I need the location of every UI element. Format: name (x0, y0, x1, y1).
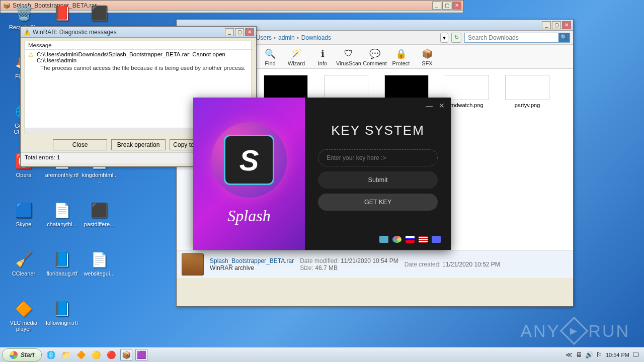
desktop-icon[interactable]: ⬛ (82, 3, 117, 24)
taskbar-ie-icon[interactable]: 🌐 (45, 349, 57, 361)
close-button[interactable]: ✕ (439, 102, 445, 110)
breadcrumb-segment[interactable]: Users (256, 34, 272, 41)
tray-network-icon[interactable]: 🖥 (576, 351, 582, 358)
tray-monitor-icon[interactable]: 🖵 (632, 351, 639, 358)
taskbar-opera-icon[interactable]: 🔴 (105, 349, 117, 361)
splash-logo: S (211, 122, 287, 198)
toolbar-wizard-button[interactable]: 🪄Wizard (283, 47, 309, 66)
toolbar-info-button[interactable]: ℹInfo (309, 47, 336, 66)
splash-key-window: S Splash — ✕ KEY SYSTEM Submit GET KEY (193, 98, 451, 250)
get-key-button[interactable]: GET KEY (318, 194, 438, 211)
tray-chevron-icon[interactable]: ≪ (566, 351, 573, 358)
toolbar-icon: 🛡 (336, 47, 362, 60)
break-operation-button[interactable]: Break operation (111, 139, 166, 150)
file-thumbnail (324, 75, 368, 100)
breadcrumb-segment[interactable]: Downloads (301, 34, 331, 41)
desktop-icon[interactable]: 📘followingin.rtf (44, 299, 79, 326)
toolbar-icon: ℹ (309, 47, 336, 60)
chrome-icon[interactable] (392, 236, 401, 243)
desktop-icon-glyph: 🟦 (14, 200, 34, 220)
diamond-icon[interactable] (379, 236, 388, 243)
file-name: mdwatch.png (444, 102, 490, 108)
taskbar: Start 🌐 📁 🔶 🟡 🔴 📦 🟪 ≪ 🖥 🔊 🏳 10:54 PM 🖵 (0, 347, 644, 362)
key-system-heading: KEY SYSTEM (318, 123, 438, 138)
diagnostic-title: WinRAR: Diagnostic messages (33, 29, 117, 36)
close-button[interactable]: ✕ (245, 28, 254, 36)
splash-left-panel: S Splash (193, 98, 305, 250)
warning-icon: ⚠ (28, 51, 34, 63)
search-icon[interactable]: 🔍 (558, 33, 570, 42)
toolbar-label: Protect (388, 60, 414, 66)
detail-modified: 11/21/2020 10:54 PM (341, 257, 398, 264)
social-icons (379, 236, 441, 243)
tray-flag-icon[interactable]: 🏳 (596, 351, 603, 358)
message-text-1: C:\Users\admin\Downloads\Splash_Bootstra… (37, 51, 249, 63)
tray-volume-icon[interactable]: 🔊 (585, 351, 593, 358)
close-button[interactable]: Close (53, 139, 107, 150)
toolbar-icon: 💬 (362, 47, 388, 60)
flag-ru-icon[interactable] (406, 236, 415, 243)
desktop-icon-label: chatanythi... (44, 221, 79, 227)
toolbar-label: Find (257, 60, 283, 66)
submit-button[interactable]: Submit (318, 171, 438, 189)
flag-us-icon[interactable] (419, 236, 428, 243)
toolbar-comment-button[interactable]: 💬Comment (362, 47, 388, 66)
file-item[interactable]: partyv.png (505, 75, 550, 108)
diagnostic-titlebar[interactable]: ⚠️ WinRAR: Diagnostic messages _ ▢ ✕ (21, 27, 256, 38)
toolbar-label: SFX (414, 60, 440, 66)
toolbar-icon: 🪄 (283, 47, 309, 60)
desktop-icon-label: websitegui... (82, 270, 117, 277)
file-thumbnail (384, 75, 429, 100)
detail-size-label: Size: (300, 264, 313, 272)
toolbar-sfx-button[interactable]: 📦SFX (414, 47, 440, 66)
start-label: Start (21, 351, 34, 358)
desktop-icon-label: aremonthly.rtf (44, 172, 79, 178)
desktop-icon[interactable]: 🟦Skype (6, 200, 41, 227)
splash-right-panel: — ✕ KEY SYSTEM Submit GET KEY (305, 98, 451, 250)
history-dropdown[interactable]: ▾ (440, 33, 448, 43)
desktop-icon[interactable]: 🔶VLC media player (6, 299, 41, 332)
anyrun-watermark: ANY ▶ RUN (520, 321, 630, 341)
toolbar-virusscan-button[interactable]: 🛡VirusScan (336, 47, 362, 66)
search-input[interactable] (465, 34, 558, 41)
taskbar-chrome-icon[interactable]: 🟡 (90, 349, 102, 361)
desktop-icon[interactable]: 📕 (44, 3, 79, 24)
desktop-icon-label: Skype (6, 221, 41, 227)
minimize-button[interactable]: — (426, 102, 433, 110)
discord-icon[interactable] (432, 236, 441, 243)
toolbar-find-button[interactable]: 🔍Find (257, 47, 283, 66)
file-item[interactable]: mdwatch.png (444, 75, 490, 108)
desktop-icon-label: followingin.rtf (44, 320, 79, 326)
toolbar-protect-button[interactable]: 🔒Protect (388, 47, 414, 66)
desktop-icon-label: VLC media player (6, 320, 41, 332)
system-tray: ≪ 🖥 🔊 🏳 10:54 PM 🖵 (566, 351, 644, 358)
close-button[interactable]: ✕ (562, 21, 571, 29)
maximize-button[interactable]: ▢ (552, 21, 561, 29)
refresh-button[interactable]: ↻ (451, 33, 461, 43)
warning-icon: ⚠️ (23, 28, 31, 36)
minimize-button[interactable]: _ (225, 28, 234, 36)
desktop-icon[interactable]: ⬛pastdiffere... (82, 200, 117, 227)
desktop-icon[interactable]: 📘floridaaug.rtf (44, 249, 79, 277)
desktop-icon-glyph: 🔶 (14, 299, 34, 319)
toolbar-label: VirusScan (336, 60, 362, 66)
taskbar-explorer-icon[interactable]: 📁 (60, 349, 72, 361)
splash-s-icon: S (224, 135, 274, 185)
key-input[interactable] (318, 149, 438, 166)
splash-brand: Splash (227, 207, 270, 225)
taskbar-winrar-icon[interactable]: 📦 (120, 349, 132, 361)
desktop-icon[interactable]: 🧹CCleaner (6, 249, 41, 277)
windows-orb-icon (10, 351, 18, 359)
taskbar-vlc-icon[interactable]: 🔶 (75, 349, 87, 361)
minimize-button[interactable]: _ (542, 21, 551, 29)
maximize-button[interactable]: ▢ (235, 28, 244, 36)
desktop-icon[interactable]: 📄websitegui... (82, 249, 117, 277)
desktop-icon-glyph: ⬛ (89, 200, 109, 220)
desktop-icon[interactable]: 📄chatanythi... (44, 200, 79, 227)
detail-type: WinRAR archive (210, 264, 294, 272)
taskbar-splash-icon[interactable]: 🟪 (135, 349, 147, 361)
toolbar-label: Wizard (283, 60, 309, 66)
start-button[interactable]: Start (2, 348, 42, 361)
toolbar-icon: 🔍 (257, 47, 283, 60)
breadcrumb-segment[interactable]: admin (278, 34, 295, 41)
